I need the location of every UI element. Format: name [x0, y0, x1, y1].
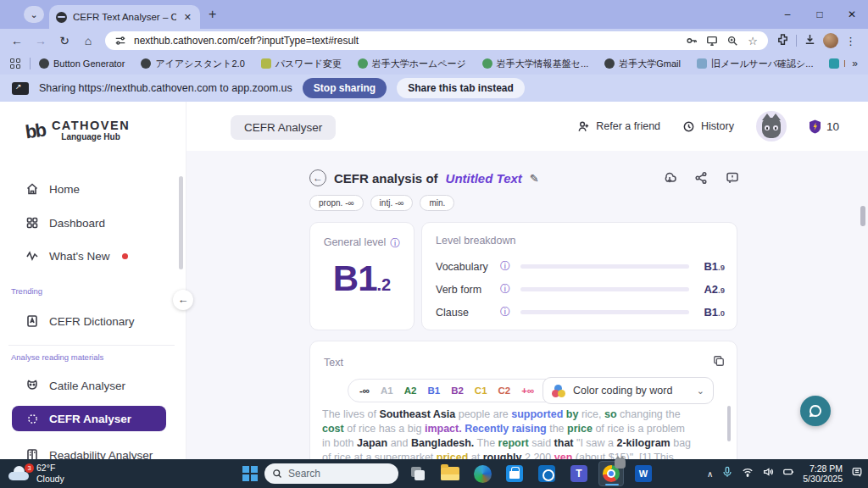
profile-avatar[interactable]	[823, 33, 838, 48]
chat-support-button[interactable]	[800, 396, 831, 426]
feedback-icon[interactable]	[726, 171, 739, 188]
weather-widget[interactable]: 3 62°F Cloudy	[8, 463, 64, 484]
reload-icon[interactable]: ↻	[53, 34, 76, 47]
apps-grid-icon[interactable]	[10, 58, 21, 69]
start-button[interactable]	[242, 466, 258, 481]
edge-button[interactable]	[470, 461, 495, 486]
bookmark-item[interactable]: Button Generator	[39, 58, 125, 69]
forward-icon[interactable]: →	[29, 34, 53, 47]
analysis-tag[interactable]: propn. -∞	[309, 195, 364, 211]
wifi-icon[interactable]	[742, 466, 754, 481]
folder-icon	[441, 467, 459, 480]
share-tab-instead-button[interactable]: Share this tab instead	[397, 78, 525, 98]
sidebar-item-cefr-analyser[interactable]: CEFR Analyser	[12, 406, 166, 431]
extensions-icon[interactable]	[776, 33, 789, 49]
refer-a-friend-button[interactable]: Refer a friend	[577, 120, 660, 133]
tab-close-icon[interactable]: ✕	[182, 12, 193, 23]
cathoven-logo[interactable]: bb CATHOVEN Language Hub	[25, 120, 130, 142]
info-icon[interactable]: ⓘ	[390, 236, 400, 251]
tray-chevron-icon[interactable]: ∧	[707, 469, 713, 479]
minimize-button[interactable]: –	[771, 8, 804, 20]
address-bar[interactable]: nexthub.cathoven.com/cefr?inputType=text…	[105, 31, 768, 50]
search-icon	[272, 469, 282, 479]
sidebar-item-home[interactable]: Home	[0, 175, 174, 203]
section-label-analyse: Analyse reading materials	[11, 352, 103, 362]
system-tray: ∧ 7:28 PM 5/30/2025	[707, 459, 863, 488]
sidebar-scrollbar[interactable]	[179, 176, 183, 269]
back-icon[interactable]: ←	[5, 34, 29, 47]
history-clock-icon	[682, 120, 695, 133]
bookmark-item[interactable]: 岩手大学情報基盤セ...	[482, 58, 588, 70]
teams-button[interactable]: T	[566, 461, 592, 486]
sidebar-item-label: Home	[49, 183, 80, 196]
edit-title-icon[interactable]: ✎	[530, 172, 539, 185]
zoom-icon[interactable]	[726, 34, 739, 47]
word-button[interactable]: W	[631, 461, 656, 486]
microphone-icon[interactable]	[721, 466, 733, 481]
info-icon[interactable]: ⓘ	[500, 282, 520, 297]
store-button[interactable]	[502, 461, 527, 486]
stop-sharing-button[interactable]: Stop sharing	[303, 78, 387, 98]
bookmark-item[interactable]: 岩手大学ホームページ	[358, 58, 466, 70]
analysis-tag[interactable]: min.	[420, 195, 454, 211]
sidebar-item-whats-new[interactable]: What's New	[0, 241, 174, 270]
outlook-button[interactable]	[534, 461, 559, 486]
file-explorer-button[interactable]	[437, 461, 463, 486]
sidebar-collapse-button[interactable]: ←	[173, 290, 193, 310]
bookmarks-bar-list: Button Generatorアイアシスタント2.0パスワード変更岩手大学ホー…	[39, 58, 845, 70]
tab-search-button[interactable]: ⌄	[24, 6, 44, 23]
new-badge	[122, 253, 128, 259]
task-view-button[interactable]	[405, 461, 431, 486]
bookmark-star-icon[interactable]: ☆	[746, 34, 760, 47]
general-level-label: General level	[324, 236, 387, 251]
new-tab-button[interactable]: +	[209, 7, 216, 22]
user-avatar[interactable]	[756, 111, 787, 141]
history-button[interactable]: History	[682, 120, 734, 133]
sidebar-item-catile-analyser[interactable]: Catile Analyser	[0, 371, 174, 400]
back-button[interactable]: ←	[309, 169, 326, 186]
notification-icon[interactable]	[851, 466, 863, 481]
cast-icon[interactable]	[705, 34, 719, 47]
text-token: impact.	[425, 423, 462, 435]
bookmark-item[interactable]: パスワード変更	[261, 58, 342, 70]
outlook-icon	[538, 465, 555, 482]
tune-icon[interactable]	[114, 34, 127, 47]
sidebar-item-cefr-dictionary[interactable]: CEFR Dictionary	[0, 307, 174, 336]
downloads-icon[interactable]	[804, 33, 816, 49]
document-icon	[25, 448, 39, 459]
taskbar-clock[interactable]: 7:28 PM 5/30/2025	[803, 463, 843, 485]
browser-tab[interactable]: CEFR Text Analyser – Cathoven ✕	[49, 5, 200, 29]
breakdown-row-label: Verb form	[436, 284, 500, 296]
info-icon[interactable]: ⓘ	[500, 259, 520, 274]
share-icon[interactable]	[694, 171, 708, 188]
bookmark-item[interactable]: 旧メールサーバ確認シ...	[697, 58, 813, 70]
chrome-button-active[interactable]	[598, 461, 624, 486]
copy-icon[interactable]	[713, 355, 725, 370]
info-icon[interactable]: ⓘ	[500, 305, 520, 319]
page-scrollbar[interactable]	[860, 206, 865, 226]
refer-label: Refer a friend	[596, 120, 660, 132]
analysis-tag[interactable]: intj. -∞	[370, 195, 414, 211]
password-key-icon[interactable]	[685, 34, 698, 47]
sidebar-item-dashboard[interactable]: Dashboard	[0, 208, 174, 237]
text-scrollbar[interactable]	[727, 406, 731, 441]
sidebar-item-readability-analyser[interactable]: Readability Analyser	[0, 441, 174, 459]
sidebar-item-label: Dashboard	[49, 217, 105, 230]
bookmark-item[interactable]: アイアシスタント2.0	[141, 58, 244, 70]
text-token: bag	[670, 437, 691, 449]
home-icon[interactable]: ⌂	[76, 34, 100, 47]
credits-counter[interactable]: 10	[809, 119, 839, 134]
level-bar-track	[520, 310, 689, 314]
battery-icon[interactable]	[782, 466, 794, 481]
color-coding-dropdown[interactable]: Color coding by word ⌄	[542, 377, 714, 404]
download-icon[interactable]	[663, 171, 676, 188]
menu-icon[interactable]: ⋮	[845, 35, 856, 47]
bookmarks-overflow-icon[interactable]: »	[852, 58, 858, 69]
volume-icon[interactable]	[762, 466, 774, 481]
bookmark-item[interactable]: Fusion 360	[829, 58, 845, 69]
maximize-button[interactable]: □	[804, 8, 836, 20]
taskbar-search[interactable]: Search	[264, 463, 398, 484]
teams-icon: T	[570, 465, 587, 482]
bookmark-item[interactable]: 岩手大学Gmail	[604, 58, 681, 70]
close-button[interactable]: ✕	[836, 8, 868, 20]
